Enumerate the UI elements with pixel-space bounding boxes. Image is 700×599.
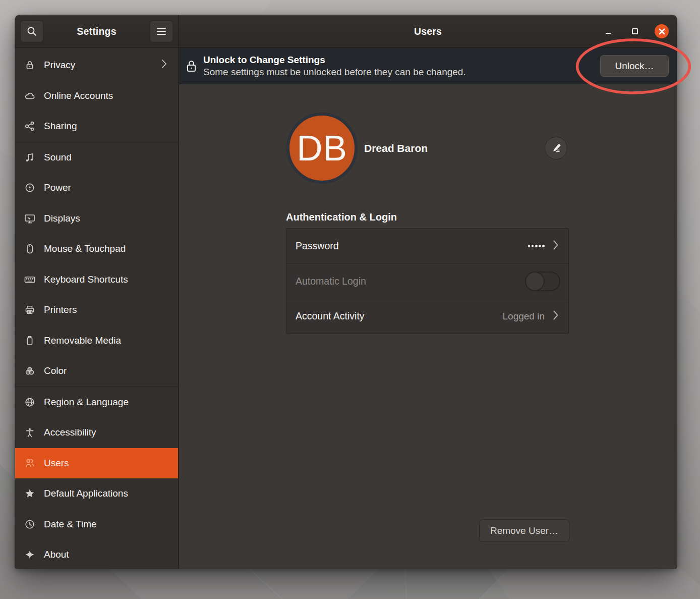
pencil-icon <box>550 142 562 154</box>
accessibility-icon <box>15 427 44 438</box>
maximize-button[interactable] <box>628 24 642 38</box>
lock-icon <box>179 60 203 73</box>
search-icon <box>26 26 37 37</box>
account-activity-label: Account Activity <box>296 310 503 322</box>
sidebar-item-power[interactable]: Power <box>15 173 178 203</box>
monitor-icon <box>15 213 44 224</box>
right-headerbar: Users <box>179 15 677 48</box>
two-users-icon <box>15 458 44 468</box>
avatar[interactable]: DB <box>286 113 358 184</box>
password-dot <box>535 245 538 247</box>
sidebar-title: Settings <box>77 26 116 37</box>
sidebar-item-sound[interactable]: Sound <box>15 142 178 173</box>
sidebar-item-printers[interactable]: Printers <box>15 295 178 325</box>
removable-drive-icon <box>15 336 44 346</box>
automatic-login-label: Automatic Login <box>296 276 525 287</box>
window-controls <box>601 15 669 47</box>
remove-user-button[interactable]: Remove User… <box>479 519 569 542</box>
unlock-infobar: Unlock to Change Settings Some settings … <box>179 48 677 84</box>
sidebar-item-region-language[interactable]: Region & Language <box>15 387 178 418</box>
star-icon <box>15 488 44 499</box>
search-button[interactable] <box>20 20 43 42</box>
chevron-right-icon <box>553 240 559 252</box>
sidebar-item-date-time[interactable]: Date & Time <box>15 509 178 540</box>
desktop: { "window": { "sidebar_title": "Settings… <box>0 0 700 599</box>
sidebar-item-mouse-touchpad[interactable]: Mouse & Touchpad <box>15 234 178 264</box>
automatic-login-row: Automatic Login <box>286 263 568 298</box>
sidebar-item-sharing[interactable]: Sharing <box>15 111 178 142</box>
infobar-title: Unlock to Change Settings <box>203 54 600 66</box>
sidebar-item-displays[interactable]: Displays <box>15 203 178 234</box>
page-title: Users <box>414 26 442 37</box>
infobar-texts: Unlock to Change Settings Some settings … <box>203 54 600 78</box>
account-activity-value: Logged in <box>503 311 545 322</box>
chevron-right-icon <box>161 59 167 71</box>
minimize-icon <box>606 33 611 34</box>
password-dot <box>539 245 541 247</box>
edit-name-button[interactable] <box>545 137 567 159</box>
sidebar-item-online-accounts[interactable]: Online Accounts <box>15 81 178 112</box>
sidebar-nav: Privacy Online Accounts <box>15 48 178 569</box>
password-label: Password <box>296 240 528 252</box>
sidebar-header: Settings <box>15 15 178 48</box>
globe-icon <box>15 397 44 407</box>
sparkle-icon <box>15 550 44 560</box>
password-dot <box>528 245 531 247</box>
minimize-button[interactable] <box>601 24 615 38</box>
right-pane: Users Unlock to Change S <box>179 15 677 569</box>
keyboard-icon <box>15 275 44 285</box>
sidebar-item-privacy[interactable]: Privacy <box>15 50 178 81</box>
auth-list: Password Automatic Login Account Activit… <box>286 228 569 334</box>
hamburger-icon <box>156 27 166 35</box>
password-dot <box>542 245 545 247</box>
users-panel: DB Dread Baron Authentication & Login Pa… <box>179 84 677 569</box>
lock-icon <box>15 60 44 70</box>
close-button[interactable] <box>655 24 669 38</box>
password-row[interactable]: Password <box>286 229 568 263</box>
sidebar-item-keyboard-shortcuts[interactable]: Keyboard Shortcuts <box>15 264 178 295</box>
password-dot <box>532 245 534 247</box>
sidebar-item-removable-media[interactable]: Removable Media <box>15 325 178 356</box>
sidebar-item-default-applications[interactable]: Default Applications <box>15 478 178 509</box>
sidebar-item-about[interactable]: About <box>15 539 178 569</box>
mouse-icon <box>15 244 44 254</box>
infobar-subtitle: Some settings must be unlocked before th… <box>203 66 600 78</box>
cloud-icon <box>15 91 44 101</box>
sidebar-item-users[interactable]: Users <box>15 448 178 479</box>
clock-icon <box>15 519 44 529</box>
maximize-icon <box>632 28 638 34</box>
auth-section-title: Authentication & Login <box>286 211 397 223</box>
toggle-knob <box>525 271 545 291</box>
sidebar-item-accessibility[interactable]: Accessibility <box>15 417 178 448</box>
unlock-button[interactable]: Unlock… <box>600 55 669 77</box>
user-name: Dread Baron <box>364 113 428 184</box>
sidebar-item-color[interactable]: Color <box>15 356 178 387</box>
music-note-icon <box>15 152 44 162</box>
sidebar: Settings Privacy <box>15 15 179 569</box>
password-dots <box>528 245 545 247</box>
close-icon <box>659 28 665 35</box>
chevron-right-icon <box>553 310 559 322</box>
menu-button[interactable] <box>150 20 173 42</box>
automatic-login-toggle[interactable] <box>525 271 560 291</box>
printer-icon <box>15 305 44 315</box>
account-activity-row[interactable]: Account Activity Logged in <box>286 299 568 334</box>
power-icon <box>15 183 44 193</box>
settings-window: Settings Privacy <box>15 15 677 569</box>
user-card: DB Dread Baron <box>179 113 677 184</box>
color-circles-icon <box>15 366 44 376</box>
share-nodes-icon <box>15 121 44 131</box>
